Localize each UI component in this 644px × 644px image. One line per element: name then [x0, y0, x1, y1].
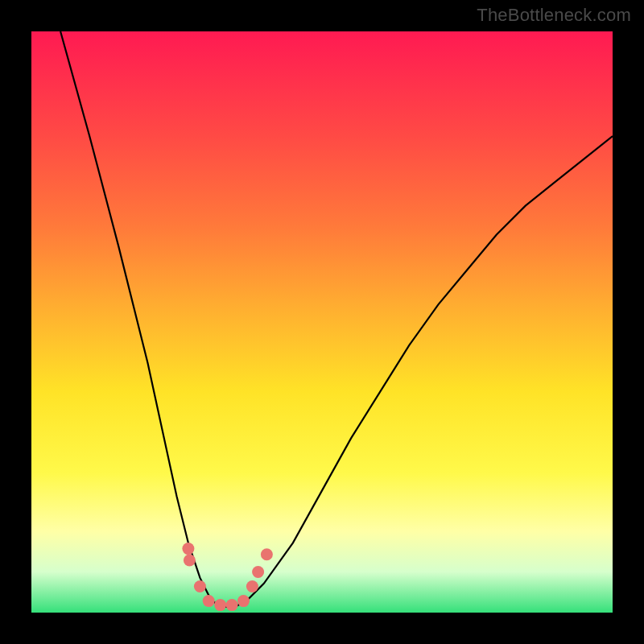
data-marker — [237, 595, 250, 607]
chart-svg — [31, 31, 613, 613]
marker-group — [182, 543, 273, 611]
data-marker — [246, 580, 258, 592]
data-marker — [226, 599, 238, 611]
data-marker — [194, 580, 206, 592]
data-marker — [182, 543, 194, 555]
data-marker — [261, 548, 273, 560]
chart-frame: TheBottleneck.com — [0, 0, 644, 644]
data-marker — [184, 555, 196, 567]
data-marker — [203, 595, 215, 607]
watermark-text: TheBottleneck.com — [477, 5, 631, 26]
plot-area — [31, 31, 613, 613]
data-marker — [252, 566, 264, 578]
curve-path — [60, 31, 613, 607]
data-marker — [214, 599, 226, 611]
